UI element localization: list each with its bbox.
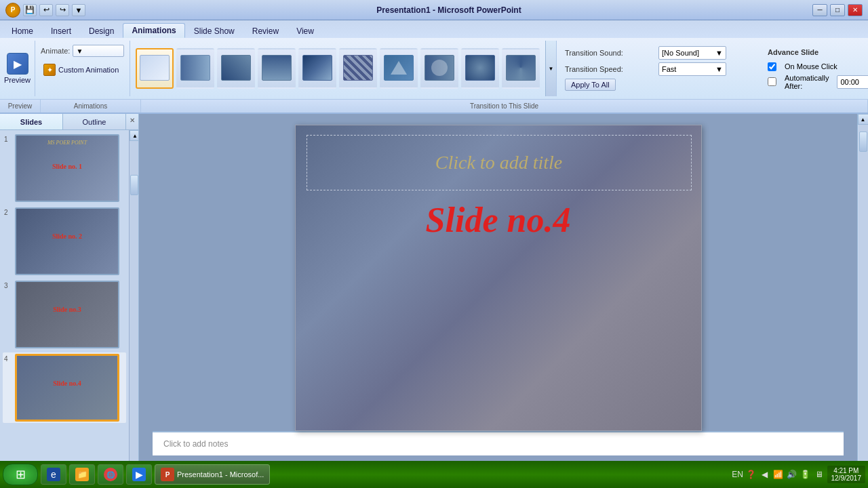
quick-dropdown[interactable]: ▼	[72, 4, 85, 16]
battery-icon: 🔋	[800, 469, 811, 480]
panel-close[interactable]: ✕	[126, 114, 138, 126]
slide-area: Click to add title Slide no.4 Click to a…	[139, 114, 857, 476]
tab-review[interactable]: Review	[243, 23, 288, 38]
maximize-button[interactable]: □	[830, 4, 845, 16]
animate-row: Animate: ▼	[41, 43, 124, 58]
transition-speed-label: Transition Speed:	[565, 65, 653, 73]
notes-area[interactable]: Click to add notes	[153, 431, 844, 455]
slide-2-text: Slide no. 2	[16, 232, 118, 240]
tab-outline[interactable]: Outline	[63, 114, 126, 129]
auto-after-checkbox[interactable]	[768, 77, 776, 86]
tab-insert[interactable]: Insert	[42, 23, 80, 38]
taskbar-media[interactable]: ▶	[126, 464, 152, 485]
transition-1[interactable]	[176, 48, 214, 89]
slide-item-2[interactable]: 2 Slide no. 2	[3, 206, 126, 277]
clock[interactable]: 4:21 PM 12/9/2017	[827, 466, 866, 483]
ribbon-content: ▶ Preview Animate: ▼ ✦ Custom Animation	[0, 38, 868, 99]
tab-slideshow[interactable]: Slide Show	[185, 23, 243, 38]
auto-after-row: Automatically After: 00:00 ⬆	[768, 74, 868, 90]
vscroll-thumb[interactable]	[859, 131, 867, 152]
vscroll-up[interactable]: ▲	[858, 114, 869, 125]
preview-button[interactable]: ▶ Preview	[1, 52, 33, 85]
apply-all-button[interactable]: Apply To All	[565, 79, 616, 91]
slide-number-2: 2	[4, 207, 12, 216]
lang-icon[interactable]: EN	[732, 469, 743, 480]
slide-item-4[interactable]: 4 Slide no.4	[3, 352, 126, 423]
advance-slide-label: Advance Slide	[768, 48, 818, 56]
start-button[interactable]: ⊞	[3, 464, 38, 485]
explorer-icon: 📁	[75, 468, 89, 481]
transition-6[interactable]	[380, 48, 418, 89]
tab-view[interactable]: View	[288, 23, 323, 38]
volume-icon[interactable]: 🔊	[787, 469, 797, 480]
panel-scroll-track	[130, 141, 138, 465]
transition-2[interactable]	[217, 48, 255, 89]
tab-design[interactable]: Design	[80, 23, 123, 38]
animate-dropdown[interactable]: ▼	[73, 45, 124, 57]
slide-thumb-2: Slide no. 2	[15, 207, 119, 275]
title-placeholder[interactable]: Click to add title	[307, 135, 692, 190]
help-icon[interactable]: ❓	[746, 469, 757, 480]
slide-item-1[interactable]: 1 MS POER POINT Slide no. 1	[3, 133, 126, 203]
auto-after-dropdown[interactable]: 00:00 ⬆	[837, 75, 868, 89]
slide-main-content: Slide no.4	[296, 200, 701, 240]
slide-1-title: MS POER POINT	[19, 140, 115, 146]
slide-thumb-1-bg: MS POER POINT Slide no. 1	[16, 136, 118, 201]
slide-number-3: 3	[4, 281, 12, 289]
transition-sound-value: [No Sound]	[662, 49, 699, 57]
on-mouse-click-checkbox[interactable]	[768, 62, 776, 71]
tab-home[interactable]: Home	[3, 23, 42, 38]
slide-panel: Slides Outline ✕ 1 MS POER POINT Slide n…	[0, 114, 139, 476]
animate-dropdown-arrow: ▼	[76, 47, 83, 55]
taskbar-chrome[interactable]: 🌐	[98, 464, 123, 485]
slide-number-1: 1	[4, 134, 12, 143]
transition-3[interactable]	[258, 48, 296, 89]
custom-animation-icon: ✦	[43, 64, 56, 76]
minimize-button[interactable]: ─	[812, 4, 827, 16]
custom-animation-button[interactable]: ✦ Custom Animation	[41, 62, 124, 77]
tab-animations[interactable]: Animations	[123, 23, 184, 38]
main-slide[interactable]: Click to add title Slide no.4	[295, 125, 702, 431]
transition-none[interactable]	[136, 48, 174, 89]
preview-section-label: Preview	[0, 100, 41, 113]
transition-8[interactable]	[461, 48, 499, 89]
titlebar-controls: ─ □ ✕	[812, 4, 863, 16]
ppt-icon: P	[161, 468, 174, 481]
slide-item-3[interactable]: 3 Slide no.3	[3, 279, 126, 350]
animations-group: Animate: ▼ ✦ Custom Animation	[35, 41, 130, 96]
ie-icon: e	[47, 468, 60, 481]
office-button[interactable]: P	[5, 3, 20, 18]
advance-slide-group: Advance Slide On Mouse Click Automatical…	[760, 41, 868, 96]
slides-list: 1 MS POER POINT Slide no. 1 2 Slide no. …	[0, 130, 129, 476]
tab-slides[interactable]: Slides	[0, 114, 63, 129]
transition-7-preview	[425, 55, 454, 81]
quick-redo[interactable]: ↪	[56, 4, 69, 16]
wifi-icon: 📶	[773, 469, 784, 480]
taskbar-explorer[interactable]: 📁	[69, 464, 95, 485]
arrow-icon[interactable]: ◀	[760, 469, 770, 480]
transition-sound-dropdown[interactable]: [No Sound] ▼	[658, 46, 726, 60]
transition-7[interactable]	[420, 48, 458, 89]
media-icon: ▶	[132, 468, 146, 481]
slide-thumb-4-bg: Slide no.4	[17, 356, 117, 420]
close-button[interactable]: ✕	[848, 4, 863, 16]
taskbar-ie[interactable]: e	[41, 464, 66, 485]
ribbon-scroll-down[interactable]: ▼	[545, 41, 556, 96]
slide-3-text: Slide no.3	[16, 306, 118, 313]
preview-label: Preview	[4, 76, 31, 84]
transition-4[interactable]	[298, 48, 336, 89]
slide-1-text: Slide no. 1	[16, 163, 118, 170]
panel-scroll-thumb[interactable]	[130, 175, 138, 195]
quick-undo[interactable]: ↩	[39, 4, 53, 16]
transition-sound-arrow: ▼	[715, 49, 723, 57]
panel-scroll-up[interactable]: ▲	[130, 130, 138, 141]
transition-9[interactable]	[502, 48, 540, 89]
transition-5[interactable]	[339, 48, 377, 89]
transition-speed-dropdown[interactable]: Fast ▼	[658, 62, 726, 76]
ribbon-section-labels: Preview Animations Transition to This Sl…	[0, 99, 868, 113]
preview-group: ▶ Preview	[0, 41, 35, 96]
transition-section-label: Transition to This Slide	[141, 100, 868, 113]
quick-save[interactable]: 💾	[23, 4, 37, 16]
taskbar-ppt[interactable]: P Presentation1 - Microsof...	[155, 464, 270, 485]
taskbar: ⊞ e 📁 🌐 ▶ P Presentation1 - Microsof... …	[0, 461, 868, 488]
